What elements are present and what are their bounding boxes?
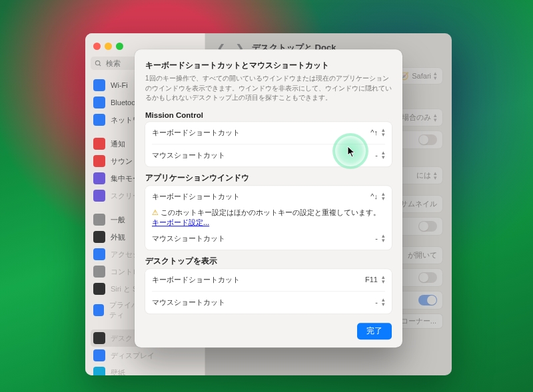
row-label: マウスショートカット [152, 234, 225, 244]
sidebar-icon [93, 304, 104, 316]
sidebar-item-label: 壁紙 [111, 368, 125, 376]
row-value[interactable]: -▴▾ [375, 297, 385, 307]
sidebar-icon [93, 138, 105, 150]
search-icon [95, 60, 102, 67]
section-title: Mission Control [145, 111, 392, 119]
stepper-icon[interactable]: ▴▾ [382, 192, 385, 201]
sidebar-icon [93, 172, 105, 184]
shortcuts-sheet: キーボードショートカットとマウスショートカット 1回のキー操作で、すべての開いて… [135, 49, 402, 347]
row-value[interactable]: -▴▾ [375, 150, 385, 160]
sidebar-icon [93, 266, 105, 278]
svg-point-0 [95, 61, 99, 65]
row-label: マウスショートカット [152, 150, 225, 160]
sidebar-item-14[interactable]: ディスプレイ [91, 347, 199, 364]
shortcut-row[interactable]: キーボードショートカット^↑▴▾ [152, 122, 385, 144]
sidebar-icon [93, 190, 105, 202]
sidebar-icon [93, 248, 105, 260]
stepper-icon[interactable]: ▴▾ [382, 297, 385, 307]
keyboard-settings-link[interactable]: キーボード設定... [152, 218, 209, 226]
section-card: キーボードショートカットF11▴▾マウスショートカット-▴▾ [145, 269, 392, 313]
zoom-icon[interactable] [116, 43, 123, 50]
shortcut-row[interactable]: キーボードショートカット^↓▴▾ [152, 186, 385, 208]
row-label: キーボードショートカット [152, 192, 240, 202]
shortcut-row[interactable]: マウスショートカット-▴▾ [152, 228, 385, 250]
shortcut-row[interactable]: キーボードショートカットF11▴▾ [152, 269, 385, 291]
close-icon[interactable] [93, 43, 101, 50]
sidebar-item-label: 外観 [111, 232, 125, 242]
sidebar-icon [93, 283, 105, 295]
sidebar-icon [93, 349, 105, 361]
row-value[interactable]: ^↑▴▾ [370, 128, 385, 137]
sidebar-icon [93, 231, 105, 243]
row-label: キーボードショートカット [152, 128, 240, 138]
stepper-icon[interactable]: ▴▾ [382, 150, 385, 160]
sidebar-item-label: ディスプレイ [111, 351, 155, 361]
sidebar-item-label: 通知 [111, 139, 125, 149]
sidebar-icon [93, 367, 105, 375]
section-card: キーボードショートカット^↓▴▾⚠︎このホットキー設定はほかのホットキーの設定と… [145, 186, 392, 250]
section-title: アプリケーションウインドウ [145, 173, 392, 183]
section-title: デスクトップを表示 [145, 256, 392, 266]
done-button[interactable]: 完了 [357, 323, 392, 339]
sheet-description: 1回のキー操作で、すべての開いているウインドウまたは現在のアプリケーションのウイ… [145, 74, 392, 103]
stepper-icon[interactable]: ▴▾ [382, 234, 385, 243]
row-label: マウスショートカット [152, 297, 225, 307]
sidebar-icon [93, 114, 105, 126]
shortcut-row[interactable]: マウスショートカット-▴▾ [152, 291, 385, 313]
sidebar-item-label: 一般 [111, 215, 125, 225]
sidebar-item-15[interactable]: 壁紙 [91, 364, 199, 375]
sheet-title: キーボードショートカットとマウスショートカット [145, 60, 392, 71]
svg-line-1 [99, 64, 101, 65]
sidebar-icon [93, 97, 105, 108]
sidebar-icon [93, 79, 105, 91]
warning-hint: ⚠︎このホットキー設定はほかのホットキーの設定と重複しています。 キーボード設定… [152, 208, 380, 226]
stepper-icon[interactable]: ▴▾ [382, 275, 385, 284]
row-label: キーボードショートカット [152, 275, 240, 285]
row-value[interactable]: ^↓▴▾ [370, 192, 385, 201]
system-settings-window: Wi-FiBluetoothネットワーク通知サウンド集中モードスクリーンタイム一… [85, 33, 452, 375]
minimize-icon[interactable] [105, 43, 112, 50]
section-card: キーボードショートカット^↑▴▾マウスショートカット-▴▾ [145, 122, 392, 166]
row-value[interactable]: -▴▾ [375, 234, 385, 243]
stepper-icon[interactable]: ▴▾ [382, 128, 385, 137]
sidebar-icon [93, 332, 105, 344]
sidebar-icon [93, 214, 105, 226]
sidebar-icon [93, 155, 105, 167]
row-value[interactable]: F11▴▾ [365, 275, 385, 284]
shortcut-row[interactable]: マウスショートカット-▴▾ [152, 144, 385, 166]
sidebar-item-label: Wi-Fi [111, 81, 128, 89]
